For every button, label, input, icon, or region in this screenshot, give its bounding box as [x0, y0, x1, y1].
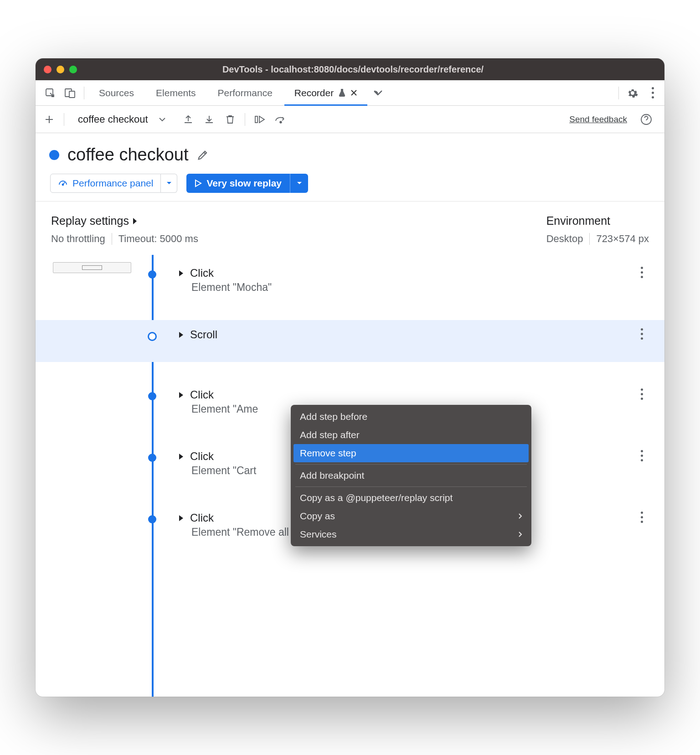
- timeline-dot-icon: [148, 270, 156, 279]
- separator: [245, 113, 245, 126]
- ctx-remove-step[interactable]: Remove step: [293, 444, 529, 462]
- timeout-value: Timeout: 5000 ms: [118, 233, 198, 245]
- chevron-right-icon: [518, 531, 522, 538]
- gauge-icon: [58, 178, 68, 188]
- delete-icon[interactable]: [221, 110, 239, 129]
- throttling-value: No throttling: [51, 233, 105, 245]
- recording-dropdown-icon[interactable]: [155, 110, 169, 129]
- tab-recorder[interactable]: Recorder: [284, 80, 367, 105]
- step-more-button[interactable]: [633, 328, 651, 340]
- caret-right-icon: [133, 217, 137, 225]
- import-icon[interactable]: [200, 110, 218, 129]
- device-toggle-icon[interactable]: [61, 84, 79, 102]
- new-recording-icon[interactable]: [40, 110, 58, 129]
- caret-right-icon: [179, 453, 184, 460]
- step-thumbnail: [53, 262, 131, 273]
- recording-indicator-icon: [49, 150, 59, 160]
- step-type: Click: [190, 450, 214, 463]
- help-icon[interactable]: [637, 110, 655, 129]
- traffic-lights: [44, 66, 77, 73]
- more-tabs-icon[interactable]: [369, 84, 387, 102]
- replay-button-group: Very slow replay: [186, 174, 308, 193]
- window-title: DevTools - localhost:8080/docs/devtools/…: [77, 64, 629, 75]
- replay-button[interactable]: Very slow replay: [186, 174, 290, 193]
- caret-right-icon: [179, 270, 184, 277]
- step-more-button[interactable]: [633, 450, 651, 461]
- step-over-icon[interactable]: [272, 110, 290, 129]
- ctx-services[interactable]: Services: [291, 525, 531, 543]
- tab-performance[interactable]: Performance: [208, 80, 283, 105]
- step-replay-icon[interactable]: [251, 110, 269, 129]
- devtools-tabstrip: Sources Elements Performance Recorder: [36, 80, 664, 106]
- step-row[interactable]: Click Element "Mocha": [36, 255, 664, 302]
- recording-title: coffee checkout: [67, 145, 188, 165]
- recorder-toolbar: coffee checkout Send feedback: [36, 106, 664, 133]
- step-type: Scroll: [190, 328, 217, 341]
- tab-elements[interactable]: Elements: [146, 80, 206, 105]
- svg-point-4: [280, 121, 282, 123]
- recording-header: coffee checkout Performance panel: [36, 133, 664, 201]
- edit-title-icon[interactable]: [196, 149, 209, 161]
- chevron-right-icon: [518, 513, 522, 519]
- step-more-button[interactable]: [633, 267, 651, 278]
- settings-icon[interactable]: [623, 84, 642, 102]
- environment-label: Environment: [546, 214, 649, 228]
- separator: [295, 486, 527, 487]
- step-type: Click: [190, 512, 214, 524]
- timeline-dot-icon: [148, 515, 156, 523]
- export-icon[interactable]: [179, 110, 197, 129]
- inspect-icon[interactable]: [41, 84, 59, 102]
- caret-right-icon: [179, 331, 184, 338]
- ctx-copy-as[interactable]: Copy as: [291, 507, 531, 525]
- recording-selector[interactable]: coffee checkout: [70, 114, 153, 125]
- step-type: Click: [190, 388, 214, 401]
- tab-sources[interactable]: Sources: [89, 80, 144, 105]
- dimensions-value: 723×574 px: [596, 233, 649, 245]
- timeline-dot-icon: [148, 332, 157, 341]
- ctx-copy-puppeteer[interactable]: Copy as a @puppeteer/replay script: [291, 489, 531, 507]
- maximize-window-button[interactable]: [69, 66, 77, 73]
- send-feedback-link[interactable]: Send feedback: [569, 114, 627, 124]
- minimize-window-button[interactable]: [57, 66, 64, 73]
- ctx-add-step-after[interactable]: Add step after: [291, 426, 531, 444]
- window-titlebar: DevTools - localhost:8080/docs/devtools/…: [36, 58, 664, 80]
- device-value: Desktop: [546, 233, 583, 245]
- separator: [64, 113, 64, 126]
- separator: [112, 233, 112, 245]
- separator: [295, 464, 527, 465]
- separator: [589, 233, 590, 245]
- svg-point-6: [62, 184, 64, 186]
- timeline-dot-icon: [148, 454, 156, 462]
- ctx-add-breakpoint[interactable]: Add breakpoint: [291, 466, 531, 485]
- replay-settings-row: Replay settings No throttling Timeout: 5…: [36, 201, 664, 255]
- step-row[interactable]: Scroll: [36, 320, 664, 362]
- kebab-menu-icon[interactable]: [643, 84, 662, 102]
- performance-panel-dropdown[interactable]: [161, 174, 177, 193]
- svg-rect-2: [69, 91, 75, 98]
- ctx-add-step-before[interactable]: Add step before: [291, 408, 531, 426]
- separator: [618, 87, 619, 99]
- flask-icon: [338, 88, 346, 97]
- performance-panel-button[interactable]: Performance panel: [50, 174, 161, 193]
- timeline-dot-icon: [148, 392, 156, 400]
- close-window-button[interactable]: [44, 66, 51, 73]
- context-menu: Add step before Add step after Remove st…: [291, 405, 531, 546]
- step-type: Click: [190, 267, 214, 279]
- replay-dropdown[interactable]: [290, 174, 308, 193]
- performance-panel-button-group: Performance panel: [50, 174, 177, 193]
- replay-settings-toggle[interactable]: Replay settings: [51, 214, 198, 228]
- svg-rect-3: [255, 116, 257, 123]
- close-tab-icon[interactable]: [350, 89, 357, 96]
- devtools-window: DevTools - localhost:8080/docs/devtools/…: [36, 58, 664, 697]
- play-icon: [195, 179, 202, 187]
- step-more-button[interactable]: [633, 388, 651, 400]
- caret-right-icon: [179, 392, 184, 398]
- step-more-button[interactable]: [633, 512, 651, 523]
- step-detail: Element "Mocha": [179, 281, 633, 294]
- separator: [84, 87, 84, 99]
- caret-right-icon: [179, 515, 184, 522]
